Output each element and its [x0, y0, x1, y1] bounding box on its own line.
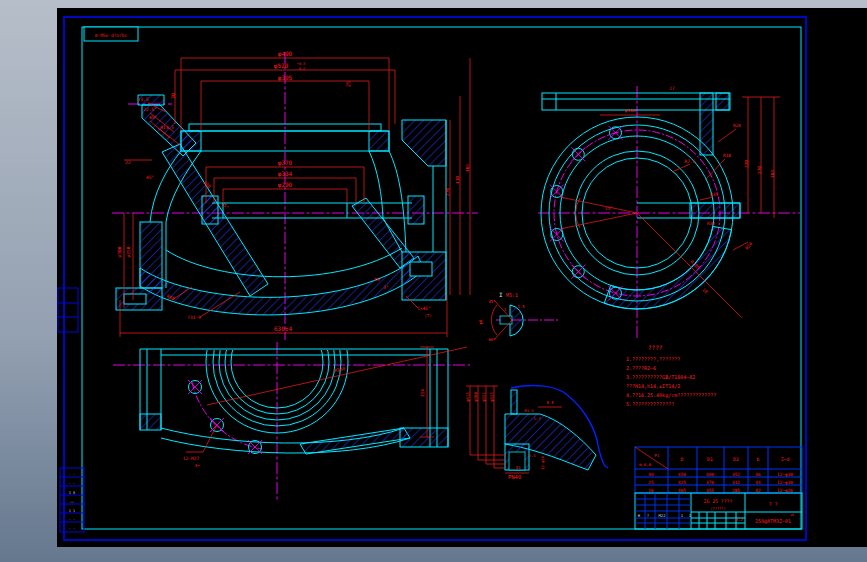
- dim-label: 13.5: [138, 97, 149, 102]
- dim-label: R35: [710, 192, 718, 197]
- dim-label: φ415: [465, 392, 470, 402]
- table-cell: 12—φ26: [777, 488, 793, 493]
- stamp-box: m-M5o d?o?bc: [84, 27, 138, 41]
- table-cell: 352: [732, 472, 740, 477]
- notes-line: 4.??16.25.40kg/cm?????????????: [626, 392, 716, 399]
- notes-line: 1.????????,???????: [626, 356, 680, 362]
- dim-label: 17: [669, 86, 675, 91]
- dim-label: 4+: [195, 463, 200, 468]
- title-block-note: 5.2: [735, 517, 743, 522]
- dim-label: (7): [424, 313, 431, 318]
- cad-viewer-stage: m-M5o d?o?bc · ·· ·3 8——1 1· ·· ·: [0, 0, 867, 562]
- dim-label: φ334: [278, 170, 293, 178]
- dim-label: φ490: [278, 50, 293, 58]
- revision-mark: ?: [647, 513, 649, 518]
- table-cell: 370: [706, 480, 714, 485]
- dim-label: R1.5: [524, 408, 533, 413]
- notes-line: 3.??????????GB/T1804—82: [626, 374, 695, 380]
- table-corner-label: m,d,d: [639, 462, 652, 467]
- dim-label: 183: [770, 170, 775, 178]
- dim-label: φ250: [126, 246, 131, 257]
- dim-label: 1.5: [517, 304, 525, 309]
- dim-label: R9: [374, 277, 380, 282]
- table-cell: 44: [755, 480, 761, 485]
- material-label: ZG 25 ????: [704, 499, 733, 504]
- dim-label: φ520: [274, 62, 289, 70]
- dim-label: 8.5: [546, 400, 554, 405]
- cad-drawing-sheet: m-M5o d?o?bc · ·· ·3 8——1 1· ·· ·: [0, 0, 867, 562]
- dim-label: 630±4: [274, 325, 292, 332]
- table-header: D1: [707, 457, 713, 462]
- notes-line: 5.??????????????: [626, 401, 674, 407]
- dim-label: R13.5: [160, 125, 174, 130]
- dim-label: 410: [455, 176, 460, 184]
- dim-label: 60°: [488, 337, 495, 342]
- margin-row-text: 3 8: [69, 491, 75, 495]
- table-cell: 25: [648, 480, 654, 485]
- detail-i-scale: M5:1: [506, 292, 518, 298]
- margin-row-text: · ·: [69, 482, 75, 486]
- stamp-text: m-M5o d?o?bc: [95, 33, 128, 38]
- dim-label: φ290: [278, 181, 293, 189]
- table-cell: 312: [732, 480, 740, 485]
- table-header: b: [757, 457, 760, 462]
- dim-label: φ300: [117, 246, 122, 257]
- revision-mark: M22: [659, 513, 666, 518]
- dim-label: 22: [125, 160, 131, 165]
- table-header: D2: [733, 457, 739, 462]
- table-corner-label: Pi: [655, 453, 660, 458]
- dim-label: +0.3: [297, 62, 305, 66]
- dim-label: φ368: [473, 392, 478, 402]
- dim-label: 320: [744, 160, 749, 168]
- dim-label: 45°: [488, 299, 495, 304]
- dim-label: R30: [707, 221, 715, 226]
- dim-label: 12-φ24: [540, 455, 545, 469]
- dim-label: 43: [516, 465, 521, 470]
- table-cell: 405: [678, 488, 686, 493]
- table-cell: 16: [648, 488, 654, 493]
- dim-label: R7.5: [685, 159, 696, 164]
- dim-label: ?31-9: [187, 315, 201, 320]
- margin-row-text: · ·: [69, 518, 75, 522]
- margin-row-text: 1 1: [69, 509, 75, 513]
- table-cell: 355: [706, 488, 714, 493]
- detail-i-label: I: [499, 291, 503, 298]
- table-cell: 400: [706, 472, 714, 477]
- dim-label: R18: [723, 153, 731, 158]
- dim-label: 465: [465, 164, 470, 172]
- dim-label: φ370: [278, 159, 293, 167]
- dim-label: 15°: [605, 206, 613, 211]
- material-sub-label: (?????): [710, 507, 725, 511]
- dim-label: φ395: [278, 74, 293, 82]
- dim-label: 45°: [149, 115, 157, 120]
- table-cell: 450: [678, 472, 686, 477]
- dim-label: 25: [345, 81, 351, 87]
- sheet-background: [57, 8, 867, 547]
- drawing-number-sup: 1B: [790, 513, 794, 517]
- margin-row-text: · ·: [69, 527, 75, 531]
- drawing-number: 250@ATM3Z—01: [755, 518, 791, 524]
- notes-line: ???H14,h14,±IT14/2: [626, 383, 680, 389]
- dim-label: 270: [757, 166, 762, 174]
- title-block-mark: ? ?: [768, 501, 777, 507]
- notes-title: ????: [648, 344, 663, 351]
- dim-label: 3°: [383, 285, 389, 290]
- dim-label: 254: [420, 389, 425, 397]
- dim-label: φ6: [478, 319, 483, 324]
- table-cell: 425: [678, 480, 686, 485]
- dim-label: 22.5°: [143, 107, 157, 112]
- dim-label: 1:7: [534, 416, 541, 421]
- dim-label: 30: [170, 93, 176, 99]
- dim-label: 45°: [146, 175, 154, 180]
- dim-label: φ351: [481, 392, 486, 402]
- table-cell: 285: [732, 488, 740, 493]
- dim-label: φ160: [625, 108, 636, 113]
- table-header: Z—d: [781, 457, 790, 462]
- dim-label: 4.5: [529, 453, 536, 458]
- margin-row-text: · ·: [69, 473, 75, 477]
- dim-label: -0.2: [297, 67, 305, 71]
- table-cell: 46: [755, 472, 761, 477]
- dim-label: φ325: [489, 392, 494, 402]
- table-cell: 42: [755, 488, 761, 493]
- dim-label: R20: [733, 123, 741, 128]
